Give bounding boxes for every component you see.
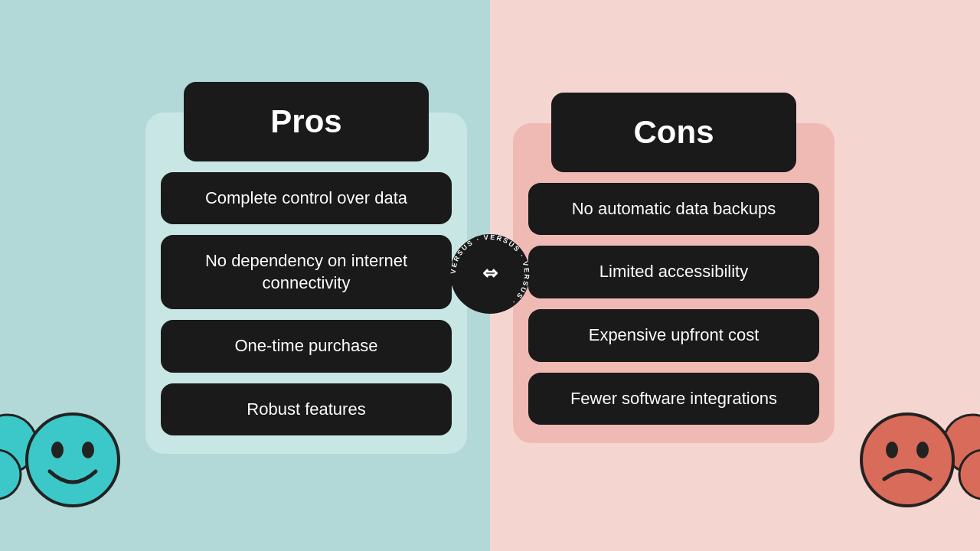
pros-header: Pros [184, 82, 429, 161]
svg-point-13 [861, 414, 953, 506]
cons-header: Cons [551, 93, 796, 172]
main-content: Pros Complete control over data No depen… [0, 0, 980, 551]
svg-point-3 [51, 442, 64, 458]
cons-item-3: Expensive upfront cost [528, 309, 819, 362]
pros-item-4: Robust features [161, 383, 452, 436]
left-smiley-group [23, 410, 122, 513]
cons-title: Cons [634, 114, 714, 150]
pros-card: Pros Complete control over data No depen… [145, 112, 467, 455]
right-smiley-group [858, 410, 957, 513]
svg-point-15 [916, 442, 929, 458]
pros-item-1: Complete control over data [161, 172, 452, 225]
pros-item-2: No dependency on internet connectivity [161, 235, 452, 309]
svg-point-14 [886, 442, 898, 458]
cons-card: Cons No automatic data backups Limited a… [513, 123, 835, 443]
pros-title: Pros [270, 103, 341, 139]
cons-item-2: Limited accessibility [528, 246, 819, 298]
cons-item-1: No automatic data backups [528, 183, 819, 236]
svg-text:⇔: ⇔ [482, 262, 498, 283]
pros-item-3: One-time purchase [161, 320, 452, 373]
cons-item-4: Fewer software integrations [528, 373, 819, 425]
versus-badge: VERSUS · VERSUS · VERSUS · ⇔ [444, 228, 536, 323]
svg-point-4 [82, 442, 94, 458]
svg-point-2 [27, 414, 119, 506]
